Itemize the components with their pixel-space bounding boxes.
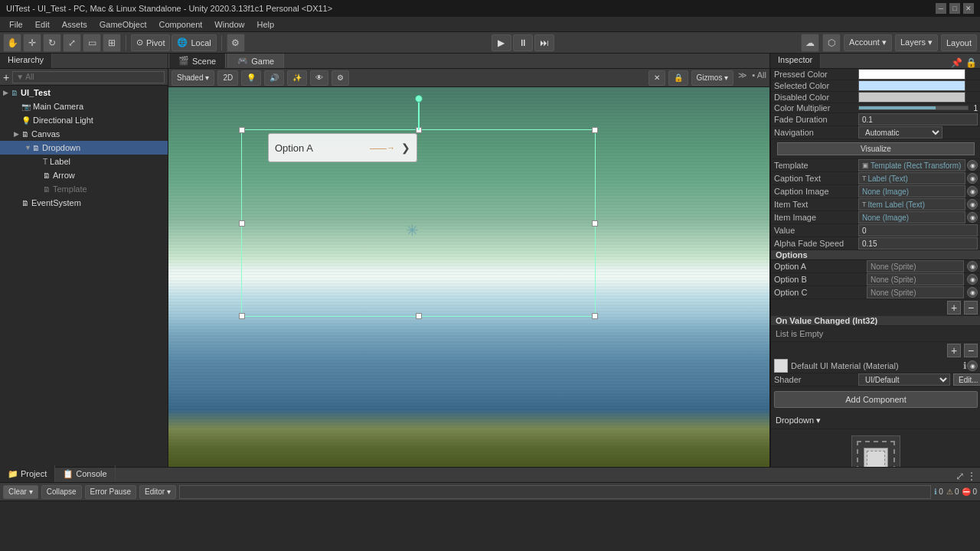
hierarchy-tab[interactable]: Hierarchy: [0, 54, 52, 68]
item-image-pick[interactable]: ◉: [967, 212, 978, 223]
item-text-ref[interactable]: T Item Label (Text): [858, 198, 965, 210]
item-image-ref[interactable]: None (Image): [858, 211, 965, 223]
bottom-panel-expand[interactable]: ⤢: [956, 470, 965, 482]
template-ref[interactable]: ▣ Template (Rect Transform): [858, 159, 965, 171]
clear-btn[interactable]: Clear ▾: [3, 485, 38, 499]
menu-help[interactable]: Help: [250, 17, 280, 32]
fade-duration-value[interactable]: [858, 113, 978, 126]
extra-tool[interactable]: ⚙: [227, 34, 245, 52]
shader-dropdown[interactable]: UI/Default: [858, 373, 950, 386]
scene-close-icon[interactable]: ✕: [648, 70, 665, 86]
pivot-dropdown[interactable]: ⊙ Pivot: [131, 34, 170, 51]
value-field[interactable]: [858, 224, 978, 236]
hierarchy-search[interactable]: [12, 71, 165, 83]
scene-view[interactable]: Option A ——→ ❯ ✳: [168, 87, 769, 467]
option-c-sprite[interactable]: None (Sprite): [867, 286, 964, 298]
pause-button[interactable]: ⏸: [513, 34, 533, 51]
collab-icon[interactable]: ☁: [801, 34, 819, 52]
fade-duration-field[interactable]: [858, 113, 978, 126]
caption-image-pick[interactable]: ◉: [967, 186, 978, 197]
hierarchy-item-template[interactable]: 🗎 Template: [0, 182, 168, 196]
options-remove-btn[interactable]: −: [964, 301, 978, 315]
event-add-btn[interactable]: +: [947, 344, 961, 357]
scene-lock-icon[interactable]: 🔒: [668, 70, 688, 86]
rect-tool[interactable]: ▭: [83, 34, 101, 52]
options-add-btn[interactable]: +: [947, 301, 961, 315]
hand-tool[interactable]: ✋: [3, 34, 21, 52]
error-pause-btn[interactable]: Error Pause: [85, 485, 136, 499]
template-pick-btn[interactable]: ◉: [967, 160, 978, 171]
scale-tool[interactable]: ⤢: [63, 34, 81, 52]
disabled-color-swatch[interactable]: [858, 92, 965, 103]
caption-text-pick[interactable]: ◉: [967, 173, 978, 184]
visualize-button[interactable]: Visualize: [777, 142, 975, 155]
audio-button[interactable]: 🔊: [264, 70, 284, 86]
menu-edit[interactable]: Edit: [29, 17, 56, 32]
event-remove-btn[interactable]: −: [964, 344, 978, 357]
hierarchy-item-arrow[interactable]: 🗎 Arrow: [0, 168, 168, 182]
hierarchy-item-eventsystem[interactable]: 🗎 EventSystem: [0, 196, 168, 210]
inspector-lock-icon[interactable]: 🔒: [965, 57, 977, 68]
value-field-wrap[interactable]: [858, 224, 978, 236]
selected-color-swatch[interactable]: [858, 80, 965, 91]
pressed-color-swatch[interactable]: [858, 69, 965, 80]
editor-btn[interactable]: Editor ▾: [139, 485, 176, 499]
minimize-button[interactable]: ─: [936, 3, 946, 14]
option-a-sprite[interactable]: None (Sprite): [867, 260, 964, 272]
move-tool[interactable]: ✛: [23, 34, 41, 52]
pressed-color-value[interactable]: [858, 69, 978, 80]
transform-tool[interactable]: ⊞: [103, 34, 121, 52]
inspector-pin-icon[interactable]: 📌: [951, 57, 962, 68]
scene-extra1[interactable]: 👁: [310, 70, 328, 86]
hierarchy-item-label[interactable]: T Label: [0, 155, 168, 168]
layout-dropdown[interactable]: Layout: [941, 34, 977, 51]
option-c-pick[interactable]: ◉: [967, 287, 978, 298]
maximize-button[interactable]: □: [949, 3, 960, 14]
hierarchy-item-light[interactable]: 💡 Directional Light: [0, 113, 168, 127]
item-text-pick[interactable]: ◉: [967, 199, 978, 210]
account-dropdown[interactable]: Account ▾: [844, 34, 892, 51]
inspector-tab[interactable]: Inspector: [770, 54, 821, 68]
2d-button[interactable]: 2D: [217, 70, 238, 86]
navigation-value[interactable]: Automatic None Horizontal Vertical Expli…: [858, 126, 978, 139]
rotate-tool[interactable]: ↻: [43, 34, 61, 52]
options-section[interactable]: Options: [771, 250, 980, 260]
gizmos-dropdown[interactable]: Gizmos ▾: [691, 70, 734, 86]
layers-dropdown[interactable]: Layers ▾: [895, 34, 938, 51]
game-tab[interactable]: 🎮 Game: [227, 54, 284, 68]
collapse-btn[interactable]: Collapse: [41, 485, 82, 499]
lighting-button[interactable]: 💡: [241, 70, 261, 86]
scene-extra2[interactable]: ⚙: [332, 70, 349, 86]
project-tab[interactable]: 📁 Project: [0, 465, 55, 482]
menu-assets[interactable]: Assets: [56, 17, 93, 32]
menu-file[interactable]: File: [3, 17, 29, 32]
material-pick[interactable]: ◉: [967, 360, 978, 371]
alpha-fade-field[interactable]: [858, 237, 978, 249]
navigation-dropdown[interactable]: Automatic None Horizontal Vertical Expli…: [858, 126, 942, 139]
step-button[interactable]: ⏭: [534, 34, 554, 51]
scene-tab[interactable]: 🎬 Scene: [168, 54, 226, 68]
option-b-sprite[interactable]: None (Sprite): [867, 273, 964, 285]
selected-color-value[interactable]: [858, 80, 978, 91]
option-a-pick[interactable]: ◉: [967, 261, 978, 272]
console-search-input[interactable]: [179, 485, 931, 499]
disabled-color-value[interactable]: [858, 92, 978, 103]
hierarchy-add-icon[interactable]: +: [3, 71, 9, 83]
close-button[interactable]: ✕: [963, 3, 974, 14]
shading-dropdown[interactable]: Shaded ▾: [172, 70, 214, 86]
alpha-fade-value[interactable]: [858, 237, 978, 249]
hierarchy-item-scene[interactable]: ▶ 🗎 UI_Test: [0, 86, 168, 99]
caption-text-ref[interactable]: T Label (Text): [858, 172, 965, 184]
option-b-pick[interactable]: ◉: [967, 274, 978, 285]
caption-image-ref[interactable]: None (Image): [858, 185, 965, 197]
fx-button[interactable]: ✨: [287, 70, 307, 86]
shader-edit-btn[interactable]: Edit...: [953, 373, 980, 386]
add-component-button[interactable]: Add Component: [774, 391, 978, 408]
bottom-panel-menu[interactable]: ⋮: [966, 470, 977, 482]
hierarchy-item-canvas[interactable]: ▶ 🗎 Canvas: [0, 127, 168, 141]
console-tab[interactable]: 📋 Console: [55, 465, 115, 482]
menu-component[interactable]: Component: [152, 17, 208, 32]
hierarchy-item-dropdown[interactable]: ▼ 🗎 Dropdown: [0, 141, 168, 155]
menu-gameobject[interactable]: GameObject: [93, 17, 153, 32]
cloud-icon[interactable]: ⬡: [822, 34, 841, 52]
